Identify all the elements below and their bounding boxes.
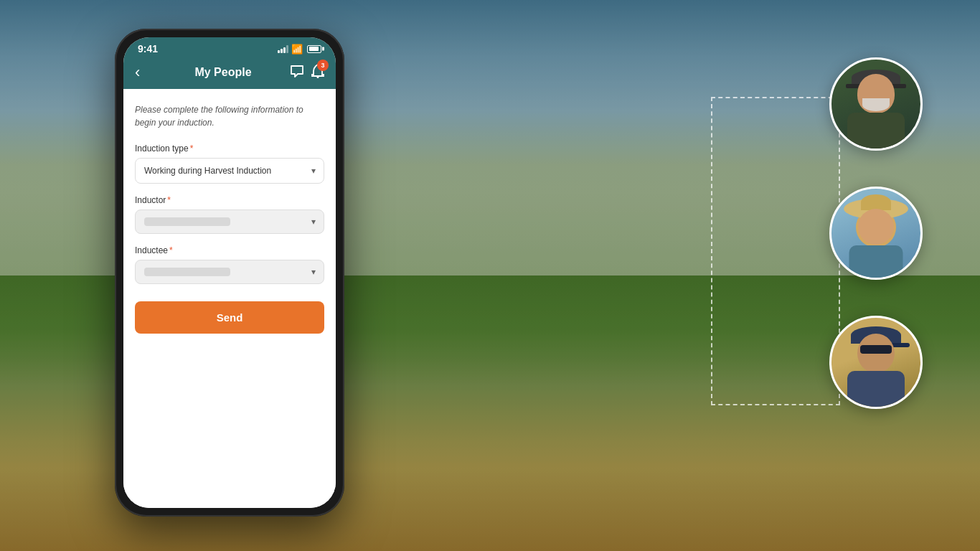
- nav-action-icons: 3: [290, 64, 324, 82]
- battery-icon: [307, 45, 321, 53]
- induction-type-select-wrapper: Working during Harvest Induction: [135, 158, 324, 184]
- beard-1: [862, 98, 890, 111]
- status-bar: 9:41 📶: [123, 37, 336, 57]
- nav-bar: ‹ My People 3: [123, 57, 336, 89]
- send-button[interactable]: Send: [135, 301, 324, 334]
- inductor-select-wrapper: [135, 209, 324, 234]
- empty-select-bar: [144, 217, 230, 226]
- people-photos-panel: [829, 57, 923, 409]
- form-content: Please complete the following informatio…: [123, 89, 336, 508]
- inductee-field: Inductee*: [135, 245, 324, 284]
- induction-type-field: Induction type* Working during Harvest I…: [135, 143, 324, 184]
- required-indicator-3: *: [169, 245, 173, 255]
- person-photo-2: [829, 187, 923, 280]
- inductee-label: Inductee*: [135, 245, 324, 255]
- notifications-button[interactable]: 3: [311, 64, 324, 82]
- inductor-label: Inductor*: [135, 195, 324, 205]
- inductor-select[interactable]: [135, 209, 324, 234]
- status-icons: 📶: [278, 44, 321, 55]
- body-3: [847, 371, 905, 407]
- inductee-select[interactable]: [135, 260, 324, 284]
- back-button[interactable]: ‹: [135, 63, 156, 82]
- head-2: [858, 209, 894, 245]
- notification-badge: 3: [317, 60, 329, 71]
- phone-screen: 9:41 📶 ‹ My People: [123, 37, 336, 508]
- inductor-field: Inductor*: [135, 195, 324, 234]
- svg-point-0: [316, 76, 319, 78]
- status-time: 9:41: [138, 43, 158, 55]
- glasses-3: [860, 345, 892, 354]
- person-photo-1: [829, 57, 923, 151]
- hat-crown-2: [861, 194, 891, 210]
- person-photo-3: [829, 316, 923, 409]
- page-title: My People: [194, 66, 251, 79]
- phone-frame: 9:41 📶 ‹ My People: [115, 29, 344, 517]
- required-indicator-2: *: [167, 195, 171, 205]
- induction-type-select[interactable]: Working during Harvest Induction: [135, 158, 324, 184]
- empty-select-bar-2: [144, 268, 230, 276]
- phone-device: 9:41 📶 ‹ My People: [115, 29, 344, 517]
- signal-icon: [278, 44, 288, 53]
- body-1: [847, 113, 905, 149]
- induction-type-label: Induction type*: [135, 143, 324, 154]
- body-2: [849, 245, 903, 278]
- required-indicator: *: [190, 143, 194, 154]
- chat-button[interactable]: [290, 65, 304, 81]
- wifi-icon: 📶: [291, 44, 303, 55]
- inductee-select-wrapper: [135, 260, 324, 284]
- connection-dashed-box: [711, 97, 840, 405]
- instruction-text: Please complete the following informatio…: [135, 103, 324, 129]
